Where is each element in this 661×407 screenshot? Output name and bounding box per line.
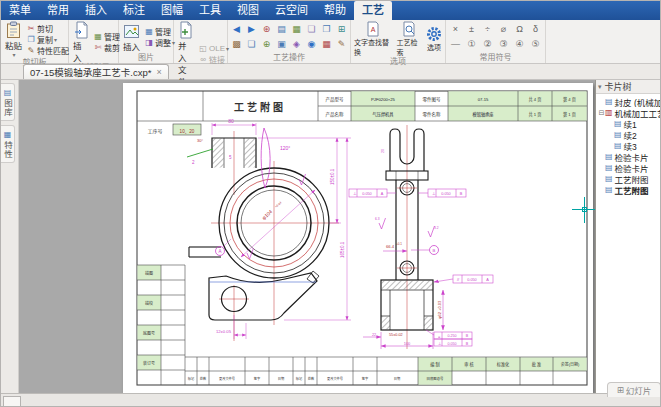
options-button[interactable]: 选项 bbox=[425, 26, 443, 52]
drawing-canvas[interactable]: 工艺附图 产品型号 PJF0200×25 零件图号 07-15 共 4 页 第 … bbox=[19, 80, 595, 393]
merge-file-button[interactable]: 并入文件 bbox=[176, 21, 196, 87]
svg-text:模锻轴承座: 模锻轴承座 bbox=[473, 111, 494, 118]
process-op-icon[interactable]: ◀ bbox=[230, 23, 244, 36]
tree-expand-icon[interactable]: ⊟ bbox=[598, 109, 605, 117]
process-op-icon[interactable]: ▣ bbox=[275, 38, 289, 51]
process-op-icon[interactable]: ❏ bbox=[305, 23, 319, 36]
svg-text:PJF0200×25: PJF0200×25 bbox=[371, 97, 396, 102]
ole-button[interactable]: ◱OLE▾ bbox=[198, 44, 229, 54]
ribbon-group-process-ops: ◀▶⊛▤▦❏❐⊞ ▩❏⊕▣◈◉▦✎ 工艺操作 bbox=[228, 20, 351, 63]
left-panel-strip: ▤ 图库 ▦ 特性 bbox=[1, 80, 19, 393]
card-icon: ▤ bbox=[605, 152, 613, 161]
symbol-button[interactable]: ⑤ bbox=[528, 38, 543, 51]
svg-text:100: 100 bbox=[404, 341, 411, 346]
menu-item[interactable]: 插入 bbox=[77, 1, 115, 20]
side-panel-tab[interactable]: ▤ 图库 bbox=[1, 83, 15, 121]
process-op-icon[interactable]: ⊛ bbox=[260, 23, 274, 36]
collapse-panel-icon[interactable]: ▾ bbox=[598, 83, 602, 91]
command-input[interactable] bbox=[3, 396, 21, 407]
svg-text:处数: 处数 bbox=[308, 376, 315, 381]
slides-panel-tab[interactable]: ⊞ 幻灯片 bbox=[607, 382, 661, 397]
ribbon-group-options: A 文字查找替换 工艺检索 bbox=[351, 20, 446, 63]
side-panel-tab[interactable]: ▦ 特性 bbox=[1, 125, 15, 163]
process-op-icon[interactable]: ▩ bbox=[230, 38, 244, 51]
image-adjust-button[interactable]: ◨调整▾ bbox=[144, 38, 175, 48]
card-tree-item[interactable]: ▤ 检验卡片 bbox=[596, 151, 660, 162]
image-insert-button[interactable]: 插入 bbox=[121, 23, 142, 52]
symbol-button[interactable]: δ bbox=[528, 23, 543, 36]
svg-text:20: 20 bbox=[381, 149, 385, 153]
menu-item[interactable]: 图幅 bbox=[153, 1, 191, 20]
card-tree-item[interactable]: ▤ 续3 bbox=[596, 140, 660, 151]
process-op-icon[interactable]: ❏ bbox=[245, 38, 259, 51]
ribbon-group-symbols: ×±÷⌀Ωδ —①②③④⑤ 常用符号 bbox=[446, 20, 546, 63]
group-label: 选项 bbox=[353, 57, 443, 67]
svg-text:A: A bbox=[218, 249, 221, 254]
process-op-icon[interactable]: ⊞ bbox=[335, 23, 349, 36]
symbol-button[interactable]: ± bbox=[464, 23, 479, 36]
process-op-icon[interactable]: ◉ bbox=[305, 38, 319, 51]
cut-button[interactable]: ✂剪切 bbox=[26, 24, 69, 34]
card-icon: ▥ bbox=[605, 108, 613, 117]
process-op-icon[interactable]: ▤ bbox=[275, 23, 289, 36]
symbol-button[interactable]: — bbox=[448, 38, 463, 51]
tab-close-icon[interactable]: × bbox=[156, 67, 161, 77]
xref-manage-button[interactable]: ▦管理 bbox=[93, 32, 120, 42]
card-tree-item[interactable]: ▤ 工艺附图 bbox=[596, 184, 660, 195]
card-tree-item[interactable]: ▤ 工艺附图 bbox=[596, 173, 660, 184]
menu-item[interactable]: 菜单 bbox=[1, 1, 39, 20]
svg-text:0.050: 0.050 bbox=[362, 192, 372, 196]
process-op-icon[interactable]: ▶ bbox=[245, 23, 259, 36]
svg-text:A: A bbox=[381, 192, 384, 196]
symbol-button[interactable]: ① bbox=[464, 38, 479, 51]
paste-button[interactable]: 粘贴 ▾ bbox=[3, 21, 24, 58]
match-properties-button[interactable]: ✎特性匹配 bbox=[26, 46, 69, 56]
symbol-button[interactable]: ④ bbox=[512, 38, 527, 51]
card-tree-item[interactable]: ⊟ ▥ 机械加工工艺过程卡 bbox=[596, 107, 660, 118]
svg-text:处数: 处数 bbox=[200, 376, 207, 381]
merge-file-icon bbox=[178, 21, 194, 39]
process-op-icon[interactable]: ◈ bbox=[290, 38, 304, 51]
process-op-icon[interactable]: ⊕ bbox=[260, 38, 274, 51]
process-op-icon[interactable]: ❐ bbox=[320, 23, 334, 36]
process-search-button[interactable]: 工艺检索 bbox=[395, 21, 423, 57]
document-tab[interactable]: 07-15模锻轴承座工艺卡.cxp* × bbox=[23, 64, 169, 79]
process-op-icon[interactable]: ▦ bbox=[320, 38, 334, 51]
manage-icon: ▦ bbox=[93, 32, 103, 41]
image-manage-button[interactable]: ▦管理 bbox=[144, 27, 175, 37]
link-button[interactable]: ∞链接 bbox=[198, 55, 229, 65]
find-replace-button[interactable]: A 文字查找替换 bbox=[353, 21, 393, 57]
process-op-icon[interactable]: ✎ bbox=[335, 38, 349, 51]
clip-icon: ✄ bbox=[93, 43, 103, 52]
svg-text:22: 22 bbox=[372, 333, 376, 337]
svg-text:0.250: 0.250 bbox=[448, 334, 457, 338]
svg-text:⊥: ⊥ bbox=[438, 341, 442, 346]
card-tree-item[interactable]: ▤ 续2 bbox=[596, 129, 660, 140]
xref-clip-button[interactable]: ✄裁剪 bbox=[93, 43, 120, 53]
svg-text://: // bbox=[457, 277, 460, 282]
svg-text:0.050: 0.050 bbox=[441, 192, 451, 196]
grid-icon: ⊞ bbox=[617, 385, 624, 395]
xref-insert-button[interactable]: 插入 bbox=[71, 21, 91, 63]
menu-item[interactable]: 帮助 bbox=[316, 1, 354, 20]
menu-item[interactable]: 工艺 bbox=[354, 1, 392, 20]
menu-item[interactable]: 工具 bbox=[191, 1, 229, 20]
card-icon: ▤ bbox=[605, 185, 613, 194]
menu-item[interactable]: 视图 bbox=[229, 1, 267, 20]
symbol-button[interactable]: × bbox=[448, 23, 463, 36]
symbol-button[interactable]: ÷ bbox=[480, 23, 495, 36]
card-tree-item[interactable]: ▤ 续1 bbox=[596, 118, 660, 129]
symbol-button[interactable]: ⌀ bbox=[496, 23, 511, 36]
menu-item[interactable]: 常用 bbox=[39, 1, 77, 20]
svg-text:更改文件号: 更改文件号 bbox=[327, 376, 343, 381]
card-tree-item[interactable]: ▤ 封皮 (机械加工) bbox=[596, 96, 660, 107]
symbol-button[interactable]: Ω bbox=[512, 23, 527, 36]
card-tree-item[interactable]: ▤ 检验卡片 bbox=[596, 162, 660, 173]
symbol-button[interactable]: ② bbox=[480, 38, 495, 51]
manage-icon: ▦ bbox=[144, 27, 154, 36]
menu-item[interactable]: 云空间 bbox=[267, 1, 316, 20]
menu-item[interactable]: 标注 bbox=[115, 1, 153, 20]
process-op-icon[interactable]: ▦ bbox=[290, 23, 304, 36]
copy-button[interactable]: ❐复制▾ bbox=[26, 35, 69, 45]
symbol-button[interactable]: ③ bbox=[496, 38, 511, 51]
